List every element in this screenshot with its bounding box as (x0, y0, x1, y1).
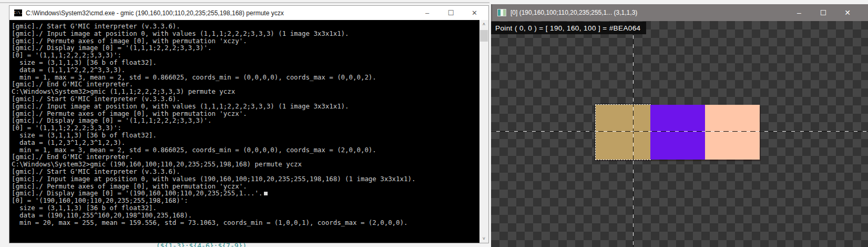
pixel-strip (596, 105, 760, 160)
pixel-swatch[interactable] (650, 105, 705, 160)
console-line: C:\Windows\System32>gmic (190,160,100;11… (12, 161, 479, 168)
console-line: data = (1,2,3^1,2,3^1,2,3). (12, 139, 479, 146)
image-thumbnail-icon (497, 9, 506, 16)
console-line: [gmic]./ Start G'MIC interpreter (v.3.3.… (12, 23, 479, 30)
console-line: [gmic]./ Permute axes of image [0], with… (12, 183, 479, 190)
cmd-icon-label: C:\. (14, 11, 23, 15)
cmd-window: C:\. C:\Windows\System32\cmd.exe - gmic … (9, 5, 489, 243)
gmic-display-window: [0] (190,160,100;110,20,235;255,1... (3,… (491, 4, 868, 247)
scroll-down-icon[interactable]: ˅ (479, 234, 488, 243)
close-button[interactable]: ✕ (463, 6, 486, 20)
console-cursor (264, 192, 268, 195)
console-line: [gmic]./ End G'MIC interpreter. (12, 153, 479, 161)
crosshair-horizontal-line (491, 131, 868, 132)
gmic-window-controls: – ☐ ✕ (787, 5, 860, 21)
page-background-code: (${1-3};${4-6};${7-9}) (156, 242, 247, 247)
console-line: size = (3,1,1,3) [36 b of float32]. (12, 59, 479, 66)
cmd-titlebar[interactable]: C:\. C:\Windows\System32\cmd.exe - gmic … (9, 6, 488, 20)
gmic-window-title: [0] (190,160,100;110,20,235;255,1... (3,… (510, 9, 787, 16)
console-output[interactable]: [gmic]./ Start G'MIC interpreter (v.3.3.… (9, 20, 479, 243)
console-line: min = 1, max = 3, mean = 2, std = 0.8660… (12, 74, 479, 81)
console-line: [gmic]./ Permute axes of image [0], with… (12, 110, 479, 117)
scrollbar-thumb[interactable] (480, 30, 488, 42)
screen: C:\. C:\Windows\System32\cmd.exe - gmic … (0, 0, 868, 247)
cmd-window-title: C:\Windows\System32\cmd.exe - gmic (190,… (26, 9, 415, 17)
console-line: C:\Windows\System32>gmic (1,1,1;2,2,2;3,… (12, 88, 479, 95)
console-line: [gmic]./ Input image at position 0, with… (12, 175, 479, 183)
console-line: [gmic]./ End G'MIC interpreter. (12, 81, 479, 88)
console-scrollbar[interactable]: ˄ ˅ (479, 20, 488, 243)
cmd-icon: C:\. (14, 9, 22, 16)
maximize-button[interactable]: ☐ (811, 5, 835, 21)
console-line: [gmic]./ Display image [0] = '(1,1,1;2,2… (12, 44, 479, 52)
console-line: [gmic]./ Input image at position 0, with… (12, 30, 479, 37)
console-line: data = (190,110,255^160,20,198^100,235,1… (12, 212, 479, 219)
console-line: [gmic]./ Display image [0] = '(190,160,1… (12, 190, 479, 197)
cmd-window-controls: – ☐ ✕ (415, 6, 486, 20)
console-line: size = (3,1,1,3) [36 b of float32]. (12, 204, 479, 212)
page-divider (0, 2, 489, 3)
console-line: [0] = '(190,160,100;110,20,235;255,198,1… (12, 197, 479, 204)
console-line: [gmic]./ Start G'MIC interpreter (v.3.3.… (12, 95, 479, 103)
console-line: min = 1, max = 3, mean = 2, std = 0.8660… (12, 146, 479, 154)
console-line: size = (3,1,1,3) [36 b of float32]. (12, 132, 479, 139)
console-line: [gmic]./ Input image at position 0, with… (12, 103, 479, 110)
console-line: [0] = '(1,1,1;2,2,2;3,3,3)': (12, 124, 479, 132)
pixel-swatch[interactable] (596, 105, 650, 160)
console-line: [gmic]./ Permute axes of image [0], with… (12, 37, 479, 45)
pixel-swatch[interactable] (705, 105, 760, 160)
maximize-button[interactable]: ☐ (439, 6, 463, 20)
close-button[interactable]: ✕ (835, 5, 860, 21)
console-line: [gmic]./ Start G'MIC interpreter (v.3.3.… (12, 168, 479, 175)
minimize-button[interactable]: – (787, 5, 811, 21)
point-status-readout: Point ( 0, 0 ) = [ 190, 160, 100 ] = #BE… (491, 22, 646, 34)
console-line: [gmic]./ Display image [0] = '(1,1,1;2,2… (12, 117, 479, 124)
gmic-canvas[interactable]: Point ( 0, 0 ) = [ 190, 160, 100 ] = #BE… (491, 21, 868, 247)
console-line: min = 20, max = 255, mean = 159.556, std… (12, 219, 479, 226)
gmic-titlebar[interactable]: [0] (190,160,100;110,20,235;255,1... (3,… (491, 4, 868, 21)
scroll-up-icon[interactable]: ˄ (479, 20, 488, 28)
crosshair-vertical-line (633, 21, 634, 247)
console-line: [0] = '(1,1,1;2,2,2;3,3,3)': (12, 52, 479, 59)
minimize-button[interactable]: – (415, 6, 439, 20)
console-line: data = (1,1,1^2,2,2^3,3,3). (12, 66, 479, 74)
